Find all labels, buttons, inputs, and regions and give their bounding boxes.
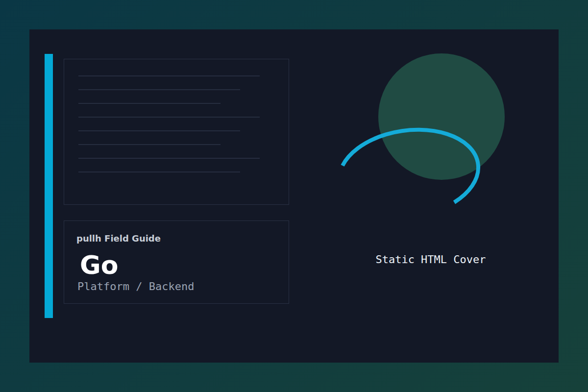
skeleton-lines: [64, 59, 289, 172]
skeleton-line: [78, 89, 240, 90]
skeleton-line: [78, 103, 220, 104]
planet-circle-icon: [378, 53, 505, 180]
skeleton-line: [78, 158, 260, 159]
title-panel: pullh Field Guide Go Platform / Backend: [64, 220, 289, 304]
cover-title: Go: [80, 249, 118, 281]
skeleton-line: [78, 144, 220, 145]
skeleton-line: [78, 117, 260, 118]
page-background: pullh Field Guide Go Platform / Backend …: [0, 0, 588, 392]
skeleton-line: [78, 172, 240, 172]
accent-bar: [45, 54, 53, 318]
cover-subtitle: Platform / Backend: [77, 280, 194, 294]
caption-text: Static HTML Cover: [308, 253, 553, 267]
orbit-arc-icon: [343, 130, 478, 202]
skeleton-line: [78, 130, 240, 131]
skeleton-line: [78, 75, 260, 76]
skeleton-panel: [64, 59, 289, 205]
kicker-label: pullh Field Guide: [76, 233, 161, 244]
cover-card: pullh Field Guide Go Platform / Backend …: [29, 29, 559, 363]
